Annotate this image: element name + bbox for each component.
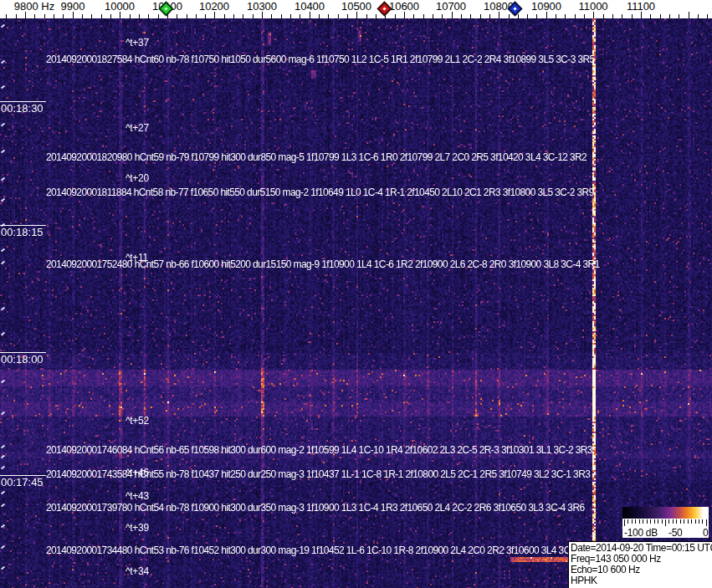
event-time-offset-label: ^t+20 — [125, 172, 149, 184]
frequency-tick — [622, 14, 622, 18]
frequency-tick — [593, 12, 594, 18]
detection-log-line: 20140920001811884 hCnt58 nb-77 f10650 hi… — [46, 187, 594, 198]
frequency-tick — [650, 14, 651, 18]
frequency-tick — [565, 14, 566, 18]
detection-log-line: 20140920001827584 hCnt60 nb-78 f10750 hi… — [46, 54, 595, 65]
colorbar-tick — [688, 519, 689, 524]
frequency-tick — [120, 12, 120, 18]
frequency-tick — [187, 14, 187, 18]
frequency-axis-label: 10400 — [295, 0, 325, 13]
frequency-tick — [499, 12, 499, 18]
frequency-tick — [253, 14, 254, 18]
colorbar-tick — [699, 519, 699, 524]
frequency-tick — [433, 14, 433, 18]
frequency-axis-label: 11000 — [578, 0, 607, 13]
colorbar-label-min: -100 dB — [624, 527, 658, 539]
colorbar-tick — [627, 519, 628, 524]
colorbar-tick — [639, 519, 640, 524]
frequency-tick — [16, 14, 17, 18]
frequency-tick — [461, 14, 462, 18]
frequency-tick — [262, 12, 263, 18]
colorbar-tick — [673, 519, 674, 524]
colorbar-tick — [676, 519, 677, 524]
frequency-tick — [641, 12, 642, 18]
event-time-offset-label: ^t+43 — [125, 490, 149, 502]
frequency-tick — [82, 14, 83, 18]
frequency-tick — [527, 14, 528, 18]
frequency-axis-label: 10700 — [436, 0, 466, 13]
detection-log-line: 20140920001743584 hCnt55 nb-78 f10437 hi… — [46, 468, 590, 480]
frequency-tick — [518, 14, 519, 18]
detection-log-line: 20140920001734480 hCnt53 nb-76 f10452 hi… — [46, 545, 571, 556]
frequency-tick — [328, 14, 329, 18]
frequency-tick — [347, 14, 348, 18]
frequency-tick — [101, 14, 102, 18]
frequency-tick — [689, 12, 689, 18]
colorbar-tick — [665, 519, 666, 526]
frequency-tick — [25, 12, 26, 18]
event-time-offset-label: ^t+37 — [125, 37, 149, 49]
colorbar-tick — [635, 519, 636, 524]
frequency-tick — [290, 14, 291, 18]
frequency-tick — [546, 12, 547, 18]
frequency-tick — [214, 12, 215, 18]
event-time-offset-label: ^t+39 — [125, 522, 149, 534]
colorbar-label-max: 0 — [703, 527, 708, 539]
frequency-axis-label: 10900 — [531, 0, 561, 13]
frequency-tick — [300, 14, 300, 18]
frequency-tick — [63, 14, 64, 18]
detection-log-line: 20140920001752480 hCnt57 nb-66 f10600 hi… — [46, 258, 600, 270]
frequency-tick — [376, 14, 376, 18]
frequency-tick — [44, 14, 45, 18]
frequency-tick — [130, 14, 131, 18]
frequency-tick — [698, 14, 699, 18]
frequency-tick — [575, 14, 576, 18]
frequency-tick — [404, 12, 405, 18]
frequency-tick — [205, 14, 206, 18]
frequency-tick — [480, 14, 481, 18]
frequency-tick — [395, 14, 396, 18]
frequency-axis-label: 10600 — [389, 0, 419, 13]
colorbar-tick — [654, 519, 655, 524]
frequency-tick — [489, 14, 490, 18]
frequency-tick — [338, 14, 339, 18]
frequency-tick — [281, 14, 282, 18]
frequency-tick — [54, 14, 54, 18]
colorbar-tick — [658, 519, 658, 524]
frequency-tick — [6, 14, 7, 18]
frequency-tick — [366, 14, 367, 18]
frequency-axis-label: 10000 — [105, 0, 135, 13]
frequency-tick — [423, 14, 424, 18]
colorbar-tick — [643, 519, 643, 524]
detection-log-line: 20140920001820980 hCnt59 nb-79 f10799 hi… — [46, 151, 587, 163]
frequency-tick — [139, 14, 140, 18]
spectrogram-app-window: 9800 Hz990010000101001020010300104001050… — [0, 0, 712, 588]
colorbar-label-mid: -50 — [668, 527, 682, 539]
frequency-axis-label: 9900 — [61, 0, 85, 13]
colorbar-tick — [702, 519, 703, 524]
colorbar-tick — [650, 519, 651, 524]
frequency-tick — [556, 14, 556, 18]
event-time-offset-label: ^t+34 — [125, 565, 149, 577]
frequency-tick — [271, 14, 272, 18]
time-axis-label: 00:18:00 — [0, 352, 46, 366]
frequency-tick — [679, 14, 679, 18]
frequency-tick — [310, 12, 310, 18]
frequency-tick — [356, 12, 357, 18]
event-time-offset-label: ^t+52 — [125, 415, 149, 427]
frequency-tick — [319, 14, 320, 18]
frequency-tick — [177, 14, 177, 18]
time-axis-label: 00:18:30 — [0, 101, 46, 115]
frequency-tick — [196, 14, 197, 18]
frequency-tick — [158, 14, 159, 18]
frequency-tick — [584, 14, 585, 18]
frequency-ruler[interactable]: 9800 Hz990010000101001020010300104001050… — [0, 0, 712, 18]
frequency-tick — [632, 14, 633, 18]
frequency-tick — [233, 14, 234, 18]
colorbar-tick — [695, 519, 696, 524]
frequency-tick — [73, 12, 74, 18]
frequency-tick — [707, 14, 708, 18]
frequency-tick — [442, 14, 443, 18]
time-axis-label: 00:18:15 — [0, 225, 46, 238]
colorbar-gradient — [622, 507, 709, 519]
